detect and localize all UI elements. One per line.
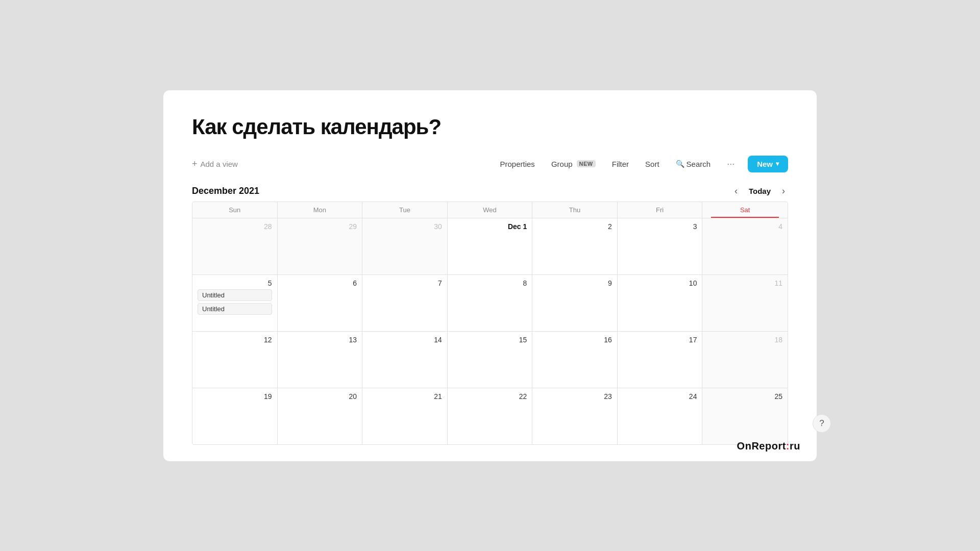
day-num: 6 bbox=[283, 279, 357, 287]
search-button[interactable]: 🔍 Search bbox=[673, 158, 714, 170]
next-month-button[interactable]: › bbox=[779, 185, 788, 197]
calendar-cell[interactable]: 6 bbox=[278, 275, 363, 331]
day-num: 15 bbox=[453, 336, 527, 344]
day-headers: Sun Mon Tue Wed Thu Fri Sat bbox=[192, 202, 788, 218]
calendar-cell[interactable]: 13 bbox=[278, 332, 363, 388]
calendar-cell[interactable]: 24 bbox=[618, 388, 703, 444]
day-num: 4 bbox=[707, 222, 782, 231]
calendar-cell[interactable]: 23 bbox=[532, 388, 618, 444]
day-num: 30 bbox=[368, 222, 442, 231]
group-button[interactable]: Group NEW bbox=[548, 158, 599, 170]
more-options-button[interactable]: ··· bbox=[724, 157, 738, 171]
day-num: 25 bbox=[707, 392, 782, 400]
calendar-cell[interactable]: 21 bbox=[362, 388, 448, 444]
day-num: 12 bbox=[198, 336, 272, 344]
calendar-cell[interactable]: 18 bbox=[702, 332, 788, 388]
day-num: 24 bbox=[623, 392, 697, 400]
calendar-week: 19 20 21 22 23 24 25 bbox=[192, 388, 788, 444]
calendar-cell[interactable]: 16 bbox=[532, 332, 618, 388]
day-num: Dec 1 bbox=[453, 222, 527, 231]
search-icon: 🔍 bbox=[676, 160, 684, 168]
day-num: 17 bbox=[623, 336, 697, 344]
day-num: 2 bbox=[537, 222, 612, 231]
calendar-cell[interactable]: 17 bbox=[618, 332, 703, 388]
toolbar: + Add a view Properties Group NEW Filter… bbox=[192, 156, 788, 172]
day-num: 28 bbox=[198, 222, 272, 231]
sort-button[interactable]: Sort bbox=[642, 158, 663, 170]
watermark-dot: : bbox=[786, 440, 790, 452]
day-num: 13 bbox=[283, 336, 357, 344]
event-chip[interactable]: Untitled bbox=[198, 289, 272, 301]
day-num: 3 bbox=[623, 222, 697, 231]
calendar-cell[interactable]: 29 bbox=[278, 218, 363, 274]
calendar-cell[interactable]: 15 bbox=[448, 332, 533, 388]
day-num: 20 bbox=[283, 392, 357, 400]
calendar-cell[interactable]: 14 bbox=[362, 332, 448, 388]
calendar-cell[interactable]: 30 bbox=[362, 218, 448, 274]
calendar-cell[interactable]: Dec 1 bbox=[448, 218, 533, 274]
calendar-cell[interactable]: 19 bbox=[192, 388, 278, 444]
nav-controls: ‹ Today › bbox=[731, 185, 788, 197]
calendar-cell[interactable]: 4 bbox=[702, 218, 788, 274]
chevron-down-icon: ▾ bbox=[776, 160, 779, 167]
event-chip[interactable]: Untitled bbox=[198, 303, 272, 315]
calendar-cell[interactable]: 10 bbox=[618, 275, 703, 331]
day-num: 21 bbox=[368, 392, 442, 400]
day-num: 23 bbox=[537, 392, 612, 400]
calendar-cell[interactable]: 5 Untitled Untitled bbox=[192, 275, 278, 331]
calendar-cell-today[interactable]: 25 bbox=[702, 388, 788, 444]
day-num: 5 bbox=[198, 279, 272, 287]
page-title: Как сделать календарь? bbox=[192, 115, 788, 139]
toolbar-right: Properties Group NEW Filter Sort 🔍 Searc… bbox=[497, 156, 789, 172]
calendar-week: 12 13 14 15 16 17 18 bbox=[192, 331, 788, 388]
header-sun: Sun bbox=[192, 202, 278, 218]
calendar-cell[interactable]: 12 bbox=[192, 332, 278, 388]
calendar-cell[interactable]: 2 bbox=[532, 218, 618, 274]
header-thu: Thu bbox=[532, 202, 618, 218]
calendar-cell[interactable]: 20 bbox=[278, 388, 363, 444]
watermark-text-before: OnReport bbox=[737, 440, 786, 452]
day-num: 22 bbox=[453, 392, 527, 400]
calendar-cell[interactable]: 22 bbox=[448, 388, 533, 444]
today-button[interactable]: Today bbox=[745, 186, 775, 196]
day-num: 9 bbox=[537, 279, 612, 287]
day-num: 8 bbox=[453, 279, 527, 287]
calendar-weeks: 28 29 30 Dec 1 2 3 4 5 Untitled Untitled… bbox=[192, 218, 788, 444]
filter-button[interactable]: Filter bbox=[609, 158, 632, 170]
new-button[interactable]: New ▾ bbox=[748, 156, 788, 172]
calendar-cell[interactable]: 28 bbox=[192, 218, 278, 274]
header-tue: Tue bbox=[362, 202, 448, 218]
calendar-cell[interactable]: 9 bbox=[532, 275, 618, 331]
calendar-cell[interactable]: 7 bbox=[362, 275, 448, 331]
month-label: December 2021 bbox=[192, 186, 259, 196]
day-num: 7 bbox=[368, 279, 442, 287]
calendar-week: 28 29 30 Dec 1 2 3 4 bbox=[192, 218, 788, 274]
calendar-cell[interactable]: 11 bbox=[702, 275, 788, 331]
day-num: 10 bbox=[623, 279, 697, 287]
add-view-button[interactable]: + Add a view bbox=[192, 159, 238, 169]
watermark-text-after: ru bbox=[790, 440, 800, 452]
day-num: 19 bbox=[198, 392, 272, 400]
header-mon: Mon bbox=[278, 202, 363, 218]
properties-button[interactable]: Properties bbox=[497, 158, 538, 170]
day-num: 11 bbox=[707, 279, 782, 287]
calendar-week: 5 Untitled Untitled 6 7 8 9 10 11 bbox=[192, 274, 788, 331]
today-number: 25 bbox=[774, 392, 782, 400]
header-sat: Sat bbox=[702, 202, 788, 218]
watermark: OnReport:ru bbox=[737, 440, 800, 452]
plus-icon: + bbox=[192, 159, 198, 169]
new-label: New bbox=[757, 160, 773, 168]
calendar-cell[interactable]: 8 bbox=[448, 275, 533, 331]
day-num: 18 bbox=[707, 336, 782, 344]
calendar-cell[interactable]: 3 bbox=[618, 218, 703, 274]
group-new-badge: NEW bbox=[577, 160, 596, 167]
day-num: 16 bbox=[537, 336, 612, 344]
main-card: Как сделать календарь? + Add a view Prop… bbox=[163, 90, 817, 461]
day-num: 29 bbox=[283, 222, 357, 231]
calendar-header-row: December 2021 ‹ Today › bbox=[192, 185, 788, 197]
day-num: 14 bbox=[368, 336, 442, 344]
prev-month-button[interactable]: ‹ bbox=[731, 185, 741, 197]
add-view-label: Add a view bbox=[201, 160, 238, 168]
help-button[interactable]: ? bbox=[813, 414, 831, 433]
header-fri: Fri bbox=[618, 202, 703, 218]
